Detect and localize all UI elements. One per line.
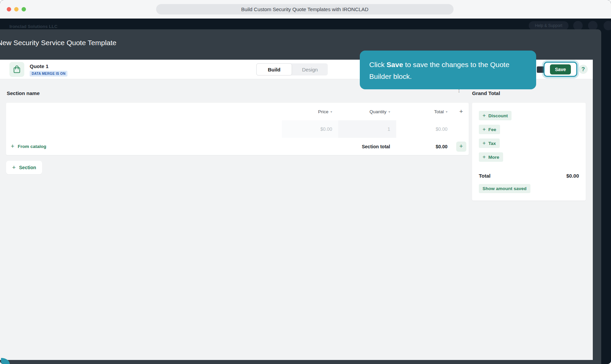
notifications-icon[interactable] [573, 21, 583, 30]
section-total-value-cell: $0.00 [396, 138, 454, 155]
plus-icon: + [483, 126, 486, 132]
quote-toolbar: Quote 1 DATA MERGE IS ON Build Design Sa… [0, 60, 593, 79]
shopping-bag-icon [13, 65, 21, 74]
grand-total-row: Total $0.00 [479, 173, 579, 179]
plus-icon: + [459, 143, 463, 150]
add-line-item-button[interactable]: + [456, 142, 466, 152]
quote-bag-icon [9, 62, 24, 77]
save-button-spotlight: Save [544, 62, 577, 77]
plus-icon: + [459, 108, 463, 115]
chevron-down-icon: ▾ [330, 110, 332, 114]
footer-spacer [282, 138, 338, 155]
chevron-down-icon: ▾ [446, 110, 447, 114]
description-column-header [6, 103, 282, 120]
quote-template-modal: New Security Service Quote Template ✕ Qu… [0, 29, 601, 364]
screenshot-root: Build Custom Security Quote Templates wi… [0, 0, 611, 364]
add-tax-button[interactable]: + Tax [479, 139, 500, 148]
table-footer-row: + From catalog Section total $0.00 [6, 138, 469, 155]
line-items-table: Price ▾ Quantity ▾ Total ▾ + [6, 103, 469, 155]
table-row: $0.00 1 $0.00 [6, 120, 469, 138]
item-description-cell[interactable] [6, 120, 282, 138]
data-merge-badge: DATA MERGE IS ON [30, 71, 67, 77]
traffic-zoom-icon[interactable] [22, 7, 26, 11]
price-column-header[interactable]: Price ▾ [282, 103, 338, 120]
chevron-down-icon: ▾ [388, 110, 390, 114]
window-title: Build Custom Security Quote Templates wi… [156, 4, 454, 14]
section-total-label-cell: Section total [338, 138, 396, 155]
total-value: $0.00 [566, 173, 579, 179]
item-price-cell[interactable]: $0.00 [282, 120, 338, 138]
add-row-cell: + [454, 138, 469, 155]
plus-icon: + [483, 154, 486, 160]
traffic-minimize-icon[interactable] [14, 7, 19, 11]
from-catalog-button[interactable]: + From catalog [11, 143, 46, 150]
build-design-toggle: Build Design [256, 63, 328, 75]
plus-icon: + [12, 164, 16, 171]
from-catalog-cell: + From catalog [6, 138, 282, 155]
avatar[interactable] [588, 21, 598, 30]
grand-total-heading: Grand Total [472, 90, 500, 96]
preview-icon[interactable] [537, 66, 544, 73]
tab-design[interactable]: Design [292, 63, 328, 75]
total-column-header[interactable]: Total ▾ [396, 103, 454, 120]
tooltip-text: Click Save to save the changes to the Qu… [369, 59, 518, 82]
add-more-button[interactable]: + More [479, 152, 503, 162]
save-button[interactable]: Save [550, 64, 571, 74]
add-section-button[interactable]: + Section [6, 161, 42, 174]
settings-icon[interactable] [604, 21, 611, 30]
section-name-label[interactable]: Section name [7, 90, 40, 96]
coach-tooltip: Click Save to save the changes to the Qu… [360, 51, 536, 89]
tab-build[interactable]: Build [256, 63, 292, 75]
grand-total-adders: + Discount + Fee + Tax + [479, 111, 579, 166]
plus-icon: + [483, 113, 486, 119]
modal-title: New Security Service Quote Template [0, 39, 116, 47]
help-icon[interactable]: ? [579, 65, 588, 74]
plus-icon: + [11, 143, 14, 150]
quote-name: Quote 1 [30, 63, 49, 69]
plus-icon: + [483, 140, 486, 146]
quote-builder-body: Section name ⋮ Price ▾ Quantity ▾ [0, 79, 593, 360]
app-logo-text: Ironclad Solutions LLC [9, 24, 57, 29]
macos-titlebar: Build Custom Security Quote Templates wi… [0, 0, 611, 19]
add-fee-button[interactable]: + Fee [479, 125, 500, 134]
row-actions-cell [454, 120, 469, 138]
add-discount-button[interactable]: + Discount [479, 111, 512, 120]
add-column-button[interactable]: + [454, 103, 469, 120]
traffic-close-icon[interactable] [7, 7, 11, 11]
item-total-cell: $0.00 [396, 120, 454, 138]
help-support-button[interactable]: Help & Support [529, 21, 569, 30]
show-amount-saved-button[interactable]: Show amount saved [479, 184, 530, 193]
modal-content: Quote 1 DATA MERGE IS ON Build Design Sa… [0, 60, 593, 360]
quantity-column-header[interactable]: Quantity ▾ [338, 103, 396, 120]
table-header-row: Price ▾ Quantity ▾ Total ▾ + [6, 103, 469, 120]
total-label: Total [479, 173, 491, 179]
grand-total-card: + Discount + Fee + Tax + [472, 103, 586, 201]
item-quantity-cell[interactable]: 1 [338, 120, 396, 138]
